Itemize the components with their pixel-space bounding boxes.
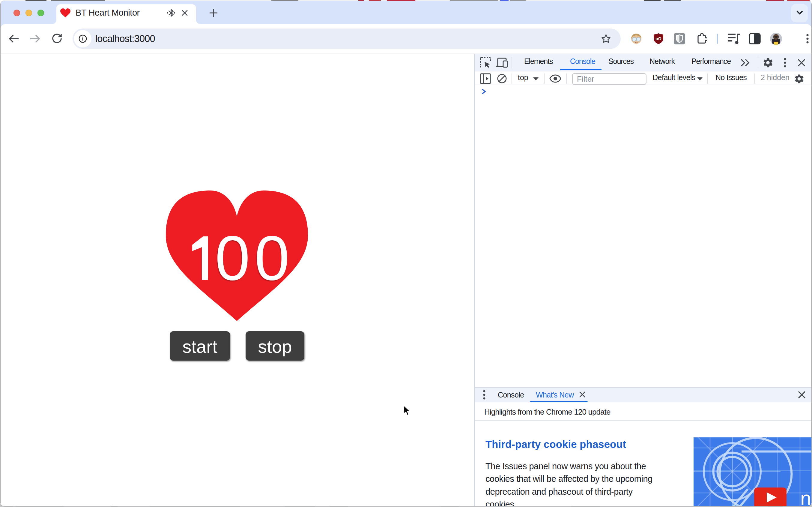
svg-text:00: 00 <box>215 223 294 293</box>
svg-text:uO: uO <box>655 36 662 41</box>
